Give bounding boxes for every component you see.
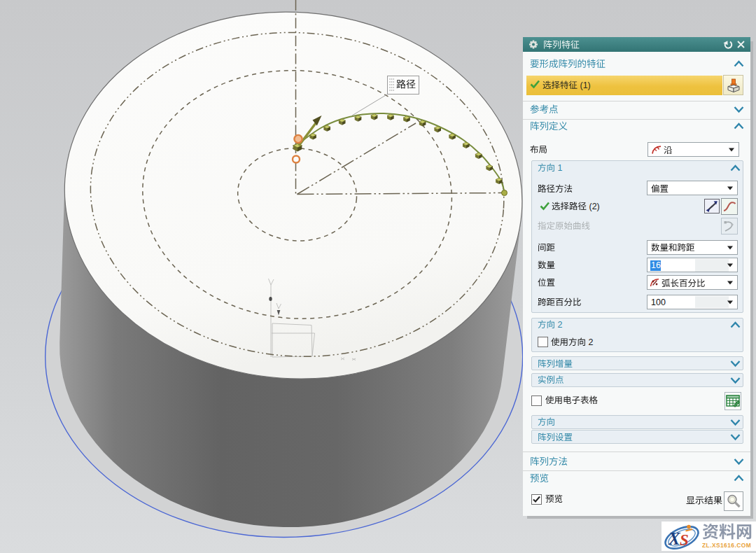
- svg-text:S: S: [680, 531, 689, 549]
- svg-text:ZL.XS1616.COM: ZL.XS1616.COM: [702, 542, 751, 549]
